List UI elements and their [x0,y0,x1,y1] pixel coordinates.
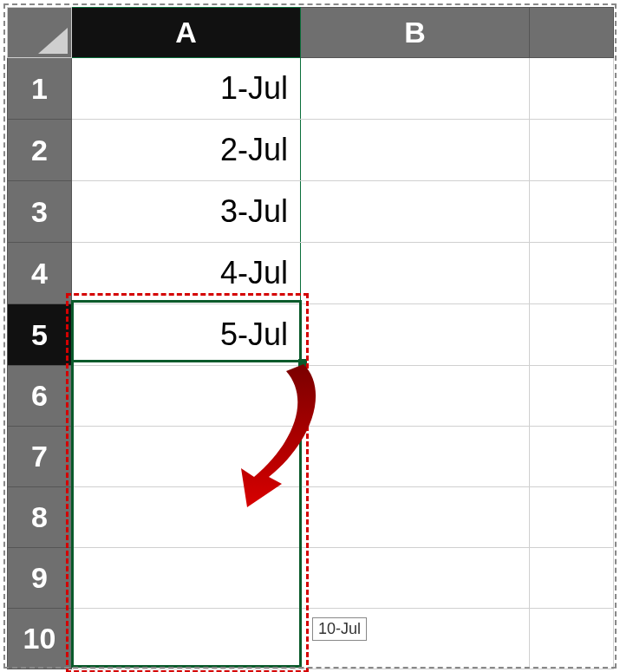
column-header-B[interactable]: B [301,8,530,58]
cell-B1[interactable] [301,58,530,120]
cell-A6[interactable] [72,366,301,427]
spreadsheet[interactable]: A B 1 1-Jul 2 2-Jul 3 3-Jul 4 4-Jul 5 5-… [7,7,614,669]
row-header-8[interactable]: 8 [8,487,72,548]
cell-C9[interactable] [530,548,614,609]
row-header-1[interactable]: 1 [8,58,72,120]
cell-C4[interactable] [530,243,614,304]
row-header-2[interactable]: 2 [8,120,72,181]
cell-A5[interactable]: 5-Jul [72,304,301,366]
row-header-10[interactable]: 10 [8,609,72,669]
column-header-A[interactable]: A [72,8,301,58]
cell-C10[interactable] [530,609,614,669]
cell-A2[interactable]: 2-Jul [72,120,301,181]
cell-A8[interactable] [72,487,301,548]
column-header-C[interactable] [530,8,614,58]
cell-B8[interactable] [301,487,530,548]
select-all-corner[interactable] [8,8,72,58]
cell-A4[interactable]: 4-Jul [72,243,301,304]
cell-B3[interactable] [301,181,530,243]
cell-B6[interactable] [301,366,530,427]
cell-A1[interactable]: 1-Jul [72,58,301,120]
cell-C6[interactable] [530,366,614,427]
row-header-7[interactable]: 7 [8,427,72,487]
fill-tooltip: 10-Jul [312,617,367,641]
cell-C5[interactable] [530,304,614,366]
cell-C2[interactable] [530,120,614,181]
cell-B4[interactable] [301,243,530,304]
cell-B9[interactable] [301,548,530,609]
cell-A9[interactable] [72,548,301,609]
cell-B2[interactable] [301,120,530,181]
svg-marker-0 [38,28,68,54]
row-header-6[interactable]: 6 [8,366,72,427]
row-header-4[interactable]: 4 [8,243,72,304]
cell-A7[interactable] [72,427,301,487]
cell-A10[interactable] [72,609,301,669]
cell-A3[interactable]: 3-Jul [72,181,301,243]
cell-B5[interactable] [301,304,530,366]
cell-C1[interactable] [530,58,614,120]
cell-B7[interactable] [301,427,530,487]
row-header-3[interactable]: 3 [8,181,72,243]
cell-C7[interactable] [530,427,614,487]
cell-C8[interactable] [530,487,614,548]
row-header-9[interactable]: 9 [8,548,72,609]
cell-C3[interactable] [530,181,614,243]
row-header-5[interactable]: 5 [8,304,72,366]
